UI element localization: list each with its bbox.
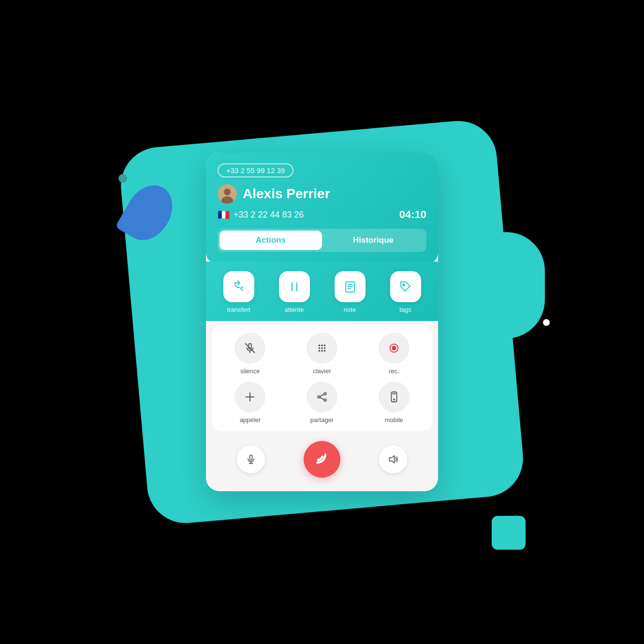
call-timer: 04:10 — [399, 208, 426, 221]
svg-point-20 — [324, 350, 326, 352]
attente-button[interactable] — [279, 271, 310, 302]
transfert-button[interactable] — [223, 271, 254, 302]
transfert-label: transfert — [227, 306, 250, 313]
blob-decoration-right — [468, 232, 545, 338]
sec-item-clavier: clavier — [290, 333, 355, 375]
svg-point-14 — [324, 345, 326, 347]
svg-line-29 — [320, 397, 324, 399]
action-item-note: note — [325, 271, 375, 313]
partager-button[interactable] — [307, 381, 337, 412]
svg-point-13 — [321, 345, 323, 347]
scene: +33 2 55 99 12 39 Alexis Perrier 🇫🇷 +33 … — [0, 0, 644, 644]
silence-button[interactable] — [234, 333, 265, 364]
action-item-attente: attente — [269, 271, 319, 313]
dot-teal-decoration — [118, 174, 127, 183]
caller-number: 🇫🇷 +33 2 22 44 83 26 — [218, 209, 304, 220]
svg-point-15 — [319, 347, 321, 349]
svg-marker-35 — [389, 455, 394, 463]
svg-point-1 — [224, 189, 231, 195]
avatar — [218, 184, 237, 204]
flag-icon: 🇫🇷 — [218, 209, 230, 220]
card-header: +33 2 55 99 12 39 Alexis Perrier 🇫🇷 +33 … — [206, 153, 438, 263]
note-button[interactable] — [335, 271, 366, 302]
hangup-button[interactable] — [304, 441, 340, 478]
action-item-tags: tags — [381, 271, 430, 313]
tabs-container: Actions Historique — [218, 229, 426, 252]
appeler-label: appeler — [240, 416, 261, 424]
svg-point-17 — [324, 347, 326, 349]
svg-line-28 — [320, 395, 324, 396]
svg-point-12 — [319, 345, 321, 347]
svg-point-16 — [321, 347, 323, 349]
partager-label: partager — [310, 416, 334, 424]
svg-point-9 — [403, 284, 405, 286]
appeler-button[interactable] — [234, 381, 265, 412]
phone-card: +33 2 55 99 12 39 Alexis Perrier 🇫🇷 +33 … — [206, 153, 438, 491]
sec-item-rec: rec. — [361, 333, 426, 375]
tab-actions[interactable]: Actions — [220, 231, 322, 250]
sec-item-mobile: mobile — [361, 381, 426, 424]
tab-historique[interactable]: Historique — [322, 231, 424, 250]
rec-label: rec. — [389, 367, 399, 375]
tags-label: tags — [399, 306, 411, 313]
rec-button[interactable] — [379, 333, 410, 364]
actions-grid: transfert attente — [206, 262, 438, 321]
tags-button[interactable] — [390, 271, 421, 302]
dot-white-decoration — [543, 319, 550, 326]
mobile-label: mobile — [385, 416, 403, 424]
attente-label: attente — [285, 306, 304, 313]
caller-info: Alexis Perrier — [218, 184, 426, 204]
sec-item-silence: silence — [218, 333, 283, 375]
sec-item-partager: partager — [290, 381, 355, 424]
mobile-button[interactable] — [379, 381, 410, 412]
svg-point-19 — [321, 350, 323, 352]
silence-label: silence — [240, 367, 260, 375]
note-label: note — [344, 306, 356, 313]
speaker-button[interactable] — [379, 445, 407, 473]
svg-point-22 — [392, 346, 396, 350]
svg-point-32 — [394, 399, 395, 400]
call-details: 🇫🇷 +33 2 22 44 83 26 04:10 — [218, 208, 426, 221]
phone-number-badge: +33 2 55 99 12 39 — [218, 163, 293, 177]
bottom-controls — [206, 435, 438, 491]
small-square-decoration — [492, 516, 526, 550]
action-item-transfert: transfert — [214, 271, 263, 313]
caller-name: Alexis Perrier — [243, 186, 330, 202]
svg-point-18 — [319, 350, 321, 352]
sec-item-appeler: appeler — [218, 381, 283, 424]
clavier-button[interactable] — [307, 333, 337, 364]
secondary-actions: silence clavie — [212, 325, 432, 431]
mic-button[interactable] — [237, 445, 265, 473]
clavier-label: clavier — [313, 367, 331, 375]
